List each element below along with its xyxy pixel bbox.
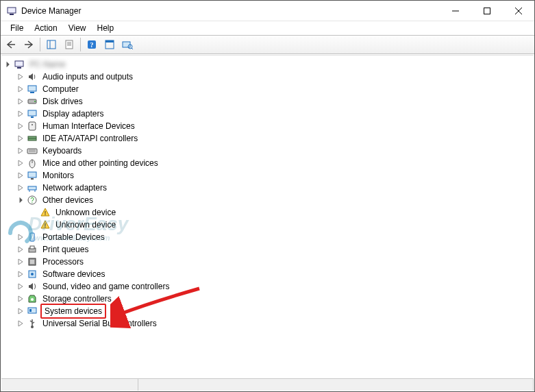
tree-item-label: Other devices [40,193,95,207]
tree-chevron-icon[interactable] [16,282,25,291]
tree-item[interactable]: Universal Serial Bus controllers [3,317,534,330]
toolbar-separator [40,38,40,51]
tree-chevron-icon[interactable] [16,109,25,119]
tree-item-label: Unknown device [53,206,118,219]
device-tree-pane[interactable]: PC-NameAudio inputs and outputsComputerD… [1,55,534,378]
action-button[interactable] [101,37,118,52]
tree-chevron-icon[interactable] [16,269,25,279]
warning-icon: ! [40,219,51,230]
svg-rect-37 [31,178,34,180]
tree-item[interactable]: !Unknown device [3,219,534,231]
tree-chevron-icon[interactable] [16,183,25,193]
tree-item[interactable]: Software devices [3,268,534,280]
computer-root-icon [14,59,25,70]
monitor-icon [27,170,38,181]
back-button[interactable] [3,37,19,52]
svg-point-52 [31,273,34,275]
show-hide-tree-button[interactable] [43,37,60,52]
svg-text:!: ! [45,222,47,229]
tree-chevron-icon[interactable] [16,146,25,156]
scan-hardware-button[interactable] [119,37,136,52]
svg-point-28 [32,124,33,125]
tree-chevron-icon[interactable] [16,245,25,254]
tree-chevron-icon[interactable] [16,257,25,267]
tree-item[interactable]: Sound, video and game controllers [3,280,534,293]
tree-item-label: Universal Serial Bus controllers [40,317,159,330]
tree-item-label: Portable Devices [40,230,107,244]
printer-icon [27,244,38,255]
tree-item[interactable]: Disk drives [3,95,534,108]
properties-button[interactable] [61,37,77,52]
svg-text:!: ! [45,210,47,217]
tree-item-label: Network adapters [40,181,109,195]
tree-chevron-icon[interactable] [16,84,25,94]
tree-item[interactable]: Display adapters [3,108,534,120]
tree-chevron-icon[interactable] [16,294,25,304]
minimize-button[interactable] [440,1,471,21]
close-button[interactable] [503,1,534,21]
tree-item[interactable]: Mice and other pointing devices [3,157,534,169]
tree-item[interactable]: IDE ATA/ATAPI controllers [3,132,534,145]
tree-chevron-icon[interactable] [16,306,25,316]
app-icon [6,5,17,16]
menu-view[interactable]: View [63,22,92,34]
tree-item[interactable]: Computer [3,83,534,95]
tree-item[interactable]: Processors [3,256,534,268]
tree-chevron-icon[interactable] [16,134,25,143]
svg-text:?: ? [30,197,34,204]
cpu-icon [27,256,38,267]
tree-chevron-icon[interactable] [16,232,25,242]
tree-item[interactable]: Portable Devices [3,231,534,243]
tree-chevron-icon[interactable] [16,97,25,106]
window-title: Device Manager [21,6,81,16]
tree-chevron-icon[interactable] [16,195,25,205]
tree-item[interactable]: Network adapters [3,182,534,194]
svg-rect-15 [105,40,114,42]
tree-chevron-icon[interactable] [16,158,25,168]
tree-item[interactable]: Monitors [3,169,534,182]
software-icon [27,269,38,280]
svg-line-18 [132,48,133,49]
svg-rect-27 [29,122,36,130]
tree-item[interactable]: System devices [3,305,534,317]
svg-rect-6 [47,40,55,49]
tree-chevron-icon[interactable] [3,60,12,69]
menu-help[interactable]: Help [92,22,120,34]
maximize-button[interactable] [471,1,503,21]
tree-chevron-icon[interactable] [16,121,25,131]
storage-icon [27,293,38,304]
menu-action[interactable]: Action [29,22,62,34]
toolbar: ? [1,35,534,54]
svg-rect-22 [30,92,34,93]
svg-rect-55 [29,309,32,312]
tree-root[interactable]: PC-Name [3,58,534,71]
help-button[interactable]: ? [84,37,100,52]
tree-root-label: PC-Name [27,58,68,71]
svg-rect-8 [66,40,73,49]
svg-rect-20 [17,67,21,69]
menu-file[interactable]: File [5,22,29,34]
menubar: File Action View Help [1,21,534,35]
tree-chevron-icon[interactable] [16,319,25,328]
tree-chevron-icon[interactable] [16,72,25,82]
tree-item[interactable]: Audio inputs and outputs [3,71,534,83]
tree-chevron-none [29,208,38,217]
tree-item-label: Monitors [40,169,76,182]
other-icon: ? [27,195,38,206]
forward-button[interactable] [21,37,37,52]
svg-rect-19 [15,61,23,66]
svg-text:?: ? [90,41,94,49]
tree-item[interactable]: Print queues [3,243,534,256]
svg-rect-46 [31,234,34,238]
tree-item[interactable]: Human Interface Devices [3,120,534,132]
tree-item-label: Computer [40,82,81,96]
status-cell [1,379,138,391]
tree-chevron-icon[interactable] [16,171,25,180]
hid-icon [27,121,38,132]
tree-item[interactable]: !Unknown device [3,206,534,219]
tree-item[interactable]: ?Other devices [3,194,534,206]
tree-item-label: Audio inputs and outputs [40,70,135,84]
tree-item-label: Human Interface Devices [40,119,137,133]
tree-item[interactable]: Keyboards [3,145,534,157]
tree-item-label: Disk drives [40,95,85,108]
